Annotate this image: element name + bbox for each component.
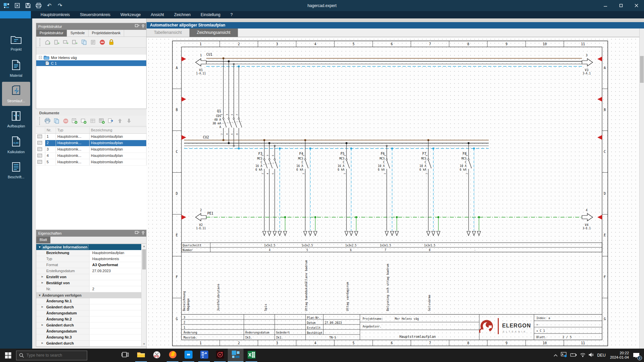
menu-item-einstellung[interactable]: Einstellung — [196, 11, 225, 18]
add-distribution-icon[interactable] — [62, 39, 69, 46]
chevron-right-icon[interactable]: ▸ — [42, 323, 43, 326]
add-building-icon[interactable] — [53, 39, 60, 46]
sidebar-item-stromlauf[interactable]: Stromlauf... — [0, 81, 32, 106]
property-row[interactable]: ▸Geändert durch — [36, 304, 141, 310]
teamviewer-tray-icon[interactable] — [561, 352, 567, 359]
battery-icon[interactable] — [570, 352, 577, 358]
property-row[interactable]: ▸Bestätigt von — [36, 280, 141, 286]
property-group-0[interactable]: ▾allgemeine Informationen — [36, 244, 141, 250]
clock[interactable]: 20:22 2024-01-04 — [610, 351, 629, 360]
tab-blatt[interactable]: Blatt — [36, 237, 51, 243]
property-row[interactable]: Erstellungsdatum27.09.2023 — [36, 268, 141, 274]
property-row[interactable]: BezeichnungHauptstromlaufplan — [36, 250, 141, 256]
pin-icon[interactable] — [141, 231, 145, 237]
tab-symbole[interactable]: Symbole — [67, 30, 89, 37]
taskbar-app-file-explorer[interactable] — [133, 349, 149, 362]
properties-scrollbar[interactable]: ▲ ▼ — [141, 244, 146, 347]
scroll-down-icon[interactable]: ▼ — [142, 342, 147, 347]
pin-icon[interactable] — [141, 24, 145, 31]
menu-item-hauptstromkreis[interactable]: Hauptstromkreis — [36, 11, 75, 18]
save-icon[interactable] — [23, 1, 32, 10]
menu-item-zeichnen[interactable]: Zeichnen — [169, 11, 196, 18]
add-table-icon[interactable] — [98, 117, 105, 124]
property-row[interactable]: ▸Erstellt von — [36, 274, 141, 280]
undo-icon[interactable]: ↶ — [45, 1, 54, 10]
tree-item-project-root[interactable]: − Mor Helens väg — [36, 55, 146, 60]
schematic-sheet[interactable]: 11223344556677889910101111AABBCCDDEEFFGG… — [147, 37, 644, 349]
sidebar-item-kalkulation[interactable]: 0,00Kalkulation — [0, 132, 32, 157]
add-structure-icon[interactable] — [44, 39, 51, 46]
menu-item-steuerstromkreis[interactable]: Steuerstromkreis — [75, 11, 115, 18]
property-row[interactable]: ▸Geändert durch — [36, 322, 141, 328]
document-row-3[interactable]: 3Hauptstromk...Hauptstromlaufplan — [36, 146, 147, 153]
column-nr[interactable]: Nr. — [45, 127, 56, 133]
add-page-icon[interactable] — [80, 117, 87, 124]
property-row[interactable]: Nr.2 — [36, 286, 141, 292]
taskbar-app-teamviewer[interactable] — [180, 349, 196, 362]
print-icon[interactable] — [44, 117, 51, 124]
table-view-icon[interactable] — [89, 117, 96, 124]
maximize-button[interactable] — [613, 0, 629, 11]
float-window-icon[interactable] — [135, 24, 140, 31]
scroll-up-icon[interactable]: ▲ — [142, 244, 147, 249]
property-row[interactable]: TypHauptstromkreis — [36, 256, 141, 262]
taskbar-app-excel[interactable] — [244, 349, 259, 362]
property-row[interactable]: Änderung Nr.2 — [36, 316, 141, 322]
chevron-right-icon[interactable]: ▸ — [42, 305, 43, 308]
paste-icon[interactable] — [90, 39, 97, 46]
taskbar-app-firefox[interactable] — [165, 349, 180, 362]
volume-icon[interactable] — [589, 352, 594, 358]
document-row-1[interactable]: 1Hauptstromk...Hauptstromlaufplan — [36, 134, 147, 140]
remove-icon[interactable] — [62, 117, 69, 124]
canvas-scrollbar[interactable] — [639, 28, 644, 349]
property-group-1[interactable]: ▾Änderungen verfolgen — [36, 292, 141, 298]
close-button[interactable] — [629, 0, 644, 11]
document-row-4[interactable]: 4Hauptstromk...Hauptstromlaufplan — [36, 153, 147, 159]
document-row-5[interactable]: 5Hauptstromk...Hauptstromlaufplan — [36, 159, 147, 166]
property-row[interactable]: FormatA3 Querformat — [36, 262, 141, 268]
close-project-icon[interactable] — [13, 1, 21, 10]
menu-item-ansicht[interactable]: Ansicht — [146, 11, 169, 18]
copy-icon[interactable] — [80, 39, 88, 46]
drawing-canvas[interactable]: 11223344556677889910101111AABBCCDDEEFFGG… — [147, 37, 644, 349]
property-row[interactable]: ▸Geändert durch — [36, 341, 141, 347]
tab-projektstruktur[interactable]: Projektstruktur — [36, 30, 67, 37]
column-typ[interactable]: Typ — [56, 127, 90, 133]
minimize-button[interactable] — [598, 0, 613, 11]
menu-item-help[interactable]: ? — [225, 11, 238, 18]
lock-icon[interactable] — [108, 39, 115, 46]
redo-icon[interactable]: ↷ — [56, 1, 64, 10]
column-bezeichnung[interactable]: Bezeichnung — [90, 127, 147, 133]
tab-tabellenansicht[interactable]: Tabellenansicht — [147, 28, 190, 37]
document-row-2[interactable]: 2Hauptstromk...Hauptstromlaufplan — [36, 140, 147, 146]
taskbar-app-camera-app[interactable] — [212, 349, 228, 362]
taskbar-search[interactable] — [16, 351, 87, 360]
search-input[interactable] — [26, 353, 80, 358]
up-chevron-icon[interactable] — [553, 352, 558, 358]
taskbar-app-snipping-tool[interactable] — [149, 349, 165, 362]
delete-icon[interactable] — [99, 39, 106, 46]
chevron-right-icon[interactable]: ▸ — [42, 275, 43, 278]
property-row[interactable]: Änderung Nr.1 — [36, 298, 141, 304]
export-icon[interactable] — [107, 117, 114, 124]
menu-item-werkzeuge[interactable]: Werkzeuge — [115, 11, 146, 18]
wifi-icon[interactable] — [580, 352, 586, 358]
property-row[interactable]: Änderung Nr.3 — [36, 335, 141, 341]
taskbar-app-blue-stars-app[interactable] — [196, 349, 212, 362]
move-down-icon[interactable] — [125, 117, 132, 124]
print-icon[interactable] — [34, 1, 43, 10]
taskbar-app-hagercad[interactable] — [228, 349, 244, 362]
move-up-icon[interactable] — [116, 117, 123, 124]
language-indicator[interactable]: DEU — [597, 353, 605, 358]
notification-icon[interactable]: 2 — [632, 351, 641, 360]
tree-expander-icon[interactable]: − — [39, 56, 42, 59]
menu-tab-file[interactable] — [0, 11, 31, 18]
chevron-right-icon[interactable]: ▸ — [42, 341, 43, 345]
start-button[interactable] — [0, 349, 16, 362]
taskbar-app-task-view[interactable] — [117, 349, 133, 362]
property-row[interactable]: Änderungsdatum — [36, 310, 141, 316]
tab-zeichnungsansicht[interactable]: Zeichnungsansicht — [190, 28, 238, 37]
copy-icon[interactable] — [53, 117, 60, 124]
float-window-icon[interactable] — [135, 231, 140, 237]
tree-item-c1[interactable]: C 1 — [36, 60, 146, 66]
